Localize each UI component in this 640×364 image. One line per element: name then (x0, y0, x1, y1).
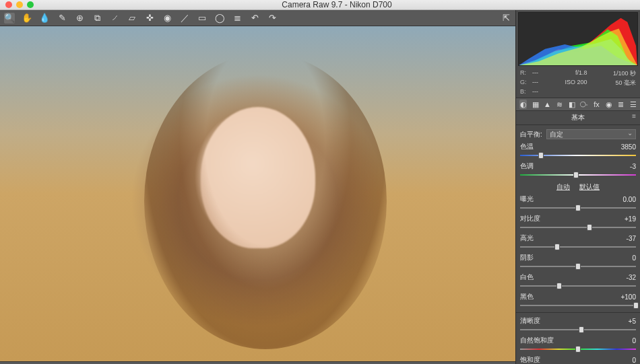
slider-track (520, 155, 636, 156)
maximize-icon[interactable] (27, 1, 34, 8)
slider-shadows[interactable] (520, 263, 636, 270)
slider-blacks[interactable] (520, 302, 636, 309)
target-icon[interactable]: ⊕ (74, 13, 85, 24)
slider-clarity[interactable] (520, 326, 636, 333)
straighten-icon[interactable]: ⟋ (109, 13, 120, 24)
panel-tab-5[interactable]: ⧃ (580, 100, 588, 109)
panel-tab-1[interactable]: ▦ (532, 100, 539, 109)
slider-track (520, 305, 636, 306)
image-preview[interactable] (0, 26, 515, 361)
panel-tab-2[interactable]: ▲ (544, 100, 551, 109)
slider-thumb[interactable] (575, 205, 581, 211)
slider-label-blacks: 黑色 (520, 292, 534, 301)
slider-highlights[interactable] (520, 244, 636, 250)
default-link[interactable]: 默认值 (579, 182, 600, 192)
window: Camera Raw 9.7 - Nikon D700 🔍✋💧✎⊕⧉⟋▱✜◉／▭… (0, 0, 640, 364)
slider-value-vibrance: 0 (554, 337, 636, 344)
minimize-icon[interactable] (16, 1, 23, 8)
radial-icon[interactable]: ◯ (214, 13, 225, 24)
brush-icon[interactable]: ／ (179, 13, 190, 24)
slider-label-shadows: 阴影 (520, 253, 534, 262)
slider-value-clarity: +5 (540, 318, 636, 325)
colorsampler-icon[interactable]: ✎ (57, 13, 67, 24)
wb-value: 自定 (550, 131, 563, 138)
slider-thumb[interactable] (579, 326, 584, 333)
meta-iso: ISO 200 (538, 79, 587, 87)
panel-tab-7[interactable]: ◉ (605, 100, 612, 109)
right-panel: R:--- f/1.8 1/100 秒 G:--- ISO 200 50 毫米 … (516, 10, 640, 364)
slider-thumb[interactable] (633, 302, 639, 309)
panel-title: 基本 (516, 111, 640, 125)
slider-value-contrast: +19 (540, 215, 636, 223)
transform-icon[interactable]: ▱ (127, 13, 137, 24)
left-pane: 🔍✋💧✎⊕⧉⟋▱✜◉／▭◯≣↶↷ ⇱ ⊞ 50% ⌄ 秋 (14).NEF Y … (0, 10, 516, 364)
slider-thumb[interactable] (573, 172, 579, 178)
slider-thumb[interactable] (554, 244, 560, 250)
slider-vibrance[interactable] (520, 346, 636, 353)
wb-select[interactable]: 自定 (546, 129, 636, 139)
panel-tab-6[interactable]: fx (593, 100, 600, 109)
panel-tab-9[interactable]: ☰ (629, 100, 637, 109)
slider-label-whites: 白色 (520, 272, 534, 282)
panel-tab-0[interactable]: ◐ (519, 100, 527, 109)
window-title: Camera Raw 9.7 - Nikon D700 (39, 0, 635, 9)
redeye-icon[interactable]: ◉ (162, 13, 172, 24)
slider-label-exposure: 曝光 (520, 194, 534, 204)
slider-row-shadows: 阴影0 (520, 253, 636, 262)
slider-row-temp: 色温3850 (520, 142, 636, 151)
slider-track (520, 285, 636, 287)
panel-tab-4[interactable]: ◧ (568, 100, 575, 109)
panel-tabs: ◐▦▲≋◧⧃fx◉≣☰ (516, 98, 640, 111)
slider-row-saturation: 饱和度0 (520, 355, 636, 364)
rotate-ccw-icon[interactable]: ↶ (249, 13, 260, 24)
wb-row: 白平衡: 自定 (520, 129, 636, 139)
hand-icon[interactable]: ✋ (22, 13, 32, 24)
slider-value-highlights: -37 (534, 235, 636, 242)
spot-icon[interactable]: ✜ (144, 13, 155, 24)
slider-thumb[interactable] (575, 346, 581, 353)
auto-link[interactable]: 自动 (556, 182, 570, 192)
meta-b: --- (532, 88, 538, 95)
slider-thumb[interactable] (556, 283, 562, 289)
toolbar: 🔍✋💧✎⊕⧉⟋▱✜◉／▭◯≣↶↷ ⇱ (0, 10, 515, 26)
slider-track (520, 329, 636, 330)
slider-label-clarity: 清晰度 (520, 316, 540, 326)
slider-label-highlights: 高光 (520, 233, 534, 243)
slider-tint[interactable] (520, 172, 636, 178)
photo-placeholder (0, 26, 515, 361)
slider-label-saturation: 饱和度 (520, 355, 540, 364)
panel-tab-3[interactable]: ≋ (556, 100, 563, 109)
meta-r-label: R: (520, 69, 532, 78)
meta-b-label: B: (520, 88, 532, 95)
slider-temp[interactable] (520, 152, 636, 159)
histogram[interactable] (518, 12, 638, 66)
gradient-icon[interactable]: ▭ (197, 13, 207, 24)
separator (516, 312, 640, 313)
slider-row-highlights: 高光-37 (520, 233, 636, 243)
slider-row-tint: 色调-3 (520, 161, 636, 171)
slider-label-temp: 色温 (520, 142, 534, 151)
slider-value-shadows: 0 (534, 254, 636, 262)
slider-whites[interactable] (520, 283, 636, 289)
panel-tab-8[interactable]: ≣ (617, 100, 625, 109)
fullscreen-icon[interactable]: ⇱ (501, 13, 511, 24)
auto-default-row: 自动 默认值 (520, 182, 636, 192)
crop-icon[interactable]: ⧉ (92, 13, 102, 24)
slider-row-vibrance: 自然饱和度0 (520, 336, 636, 345)
slider-thumb[interactable] (575, 263, 581, 270)
prefs-icon[interactable]: ≣ (232, 13, 243, 24)
zoom-icon[interactable]: 🔍 (4, 13, 15, 24)
slider-thumb[interactable] (587, 224, 592, 231)
slider-row-whites: 白色-32 (520, 272, 636, 282)
meta-aperture: f/1.8 (538, 69, 587, 78)
slider-value-saturation: 0 (540, 357, 636, 364)
whitebalance-icon[interactable]: 💧 (39, 13, 50, 24)
slider-thumb[interactable] (538, 152, 544, 159)
slider-contrast[interactable] (520, 224, 636, 231)
slider-value-blacks: +100 (534, 293, 636, 301)
meta-g-label: G: (520, 79, 532, 87)
slider-track (520, 246, 636, 248)
slider-exposure[interactable] (520, 205, 636, 211)
rotate-cw-icon[interactable]: ↷ (267, 13, 278, 24)
close-icon[interactable] (5, 1, 12, 8)
